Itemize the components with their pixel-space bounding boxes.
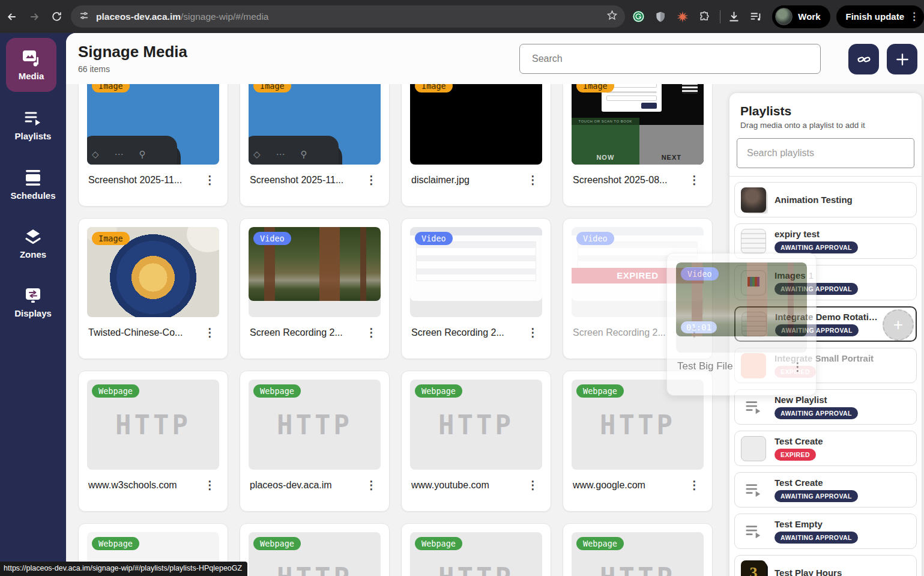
- status-badge: EXPIRED: [775, 449, 816, 461]
- downloads-icon[interactable]: [725, 8, 743, 26]
- media-card[interactable]: Webpage HTTP ⋮: [563, 523, 713, 576]
- back-icon[interactable]: [2, 7, 22, 27]
- shield-extension-icon[interactable]: [651, 8, 669, 26]
- bookmark-star-icon[interactable]: [606, 10, 618, 23]
- media-title: Screen Recording 2...: [573, 327, 666, 338]
- media-card[interactable]: Video Screen Recording 2...⋮: [401, 218, 551, 359]
- more-options-icon[interactable]: ⋮: [202, 479, 218, 491]
- media-title: www.google.com: [573, 480, 645, 491]
- media-card[interactable]: Video Screen Recording 2...⋮: [240, 218, 390, 359]
- profile-avatar: [775, 8, 793, 25]
- media-card[interactable]: Image TOUCH OR SCAN TO BOOKNOW NEXT Scre…: [563, 65, 713, 207]
- playlist-title: Test Create: [775, 477, 858, 488]
- playlist-row[interactable]: Animation Testing: [734, 182, 917, 217]
- media-type-badge: Webpage: [576, 537, 624, 550]
- media-queue-icon[interactable]: [747, 8, 765, 26]
- media-type-badge: Webpage: [253, 537, 301, 550]
- extensions-puzzle-icon[interactable]: [696, 8, 714, 26]
- thumbnail-detail: ◇⋯⚲: [87, 136, 177, 165]
- media-card[interactable]: Webpage HTTP ⋮: [401, 523, 551, 576]
- more-options-icon[interactable]: ⋮: [363, 174, 379, 186]
- search-input[interactable]: [519, 44, 821, 74]
- item-count: 66 items: [78, 64, 110, 74]
- more-options-icon[interactable]: ⋮: [202, 327, 218, 338]
- media-thumbnail: Webpage HTTP: [572, 532, 704, 576]
- playlist-row[interactable]: Test Empty AWAITING APPROVAL: [734, 514, 917, 549]
- sidebar-item-displays[interactable]: Displays: [0, 287, 66, 318]
- playlist-row[interactable]: 3 Test Play Hours: [734, 555, 917, 576]
- sidebar-nav: Media Playlists Schedules Zones Displays: [0, 33, 66, 576]
- media-thumbnail: Video: [410, 227, 542, 317]
- more-options-icon[interactable]: ⋮: [363, 327, 379, 338]
- more-options-icon[interactable]: ⋮: [363, 479, 379, 491]
- playlist-title: Test Play Hours: [775, 568, 842, 576]
- http-placeholder: HTTP: [600, 410, 675, 440]
- forward-icon[interactable]: [24, 7, 44, 27]
- sidebar-item-schedules[interactable]: Schedules: [0, 169, 66, 201]
- reload-icon[interactable]: [46, 7, 67, 27]
- media-card[interactable]: Image disclaimer.jpg⋮: [401, 65, 551, 207]
- drag-ghost-title: Test Big File: [677, 360, 733, 372]
- media-thumbnail: Webpage HTTP: [249, 380, 381, 470]
- more-options-icon[interactable]: ⋮: [525, 327, 541, 338]
- http-placeholder: HTTP: [277, 410, 352, 440]
- media-title: Screen Recording 2...: [250, 327, 343, 338]
- search-playlists-input[interactable]: [737, 138, 914, 168]
- status-badge: AWAITING APPROVAL: [775, 532, 858, 544]
- add-link-button[interactable]: [848, 44, 879, 74]
- sidebar-item-playlists[interactable]: Playlists: [0, 110, 66, 141]
- media-title: Screenshot 2025-11...: [250, 175, 343, 186]
- media-title: Twisted-Chinese-Co...: [88, 327, 183, 338]
- more-options-icon[interactable]: ⋮: [686, 174, 702, 186]
- address-bar[interactable]: placeos-dev.aca.im/signage-wip/#/media: [71, 5, 625, 28]
- media-card[interactable]: Webpage HTTP ⋮: [240, 523, 390, 576]
- media-title: placeos-dev.aca.im: [250, 480, 332, 491]
- url-host: placeos-dev.aca.im: [96, 11, 181, 22]
- status-badge: AWAITING APPROVAL: [775, 490, 858, 502]
- media-card[interactable]: Image ◇⋯⚲ Screenshot 2025-11...⋮: [78, 65, 228, 207]
- sidebar-item-zones[interactable]: Zones: [0, 228, 66, 259]
- profile-button[interactable]: Work: [772, 5, 830, 28]
- site-settings-icon[interactable]: [79, 11, 89, 23]
- media-card[interactable]: Image Twisted-Chinese-Co...⋮: [78, 218, 228, 359]
- media-card[interactable]: Image ◇⋯⚲ Screenshot 2025-11...⋮: [240, 65, 390, 207]
- media-type-badge: Image: [92, 232, 130, 245]
- media-card[interactable]: Webpage HTTP placeos-dev.aca.im⋮: [240, 371, 390, 512]
- media-thumbnail: Image: [87, 227, 219, 317]
- playlist-icon: [741, 477, 766, 503]
- http-placeholder: HTTP: [600, 562, 675, 576]
- playlist-title: Test Create: [775, 436, 823, 446]
- status-bar-link-preview: https://placeos-dev.aca.im/signage-wip/#…: [0, 562, 247, 576]
- grammarly-extension-icon[interactable]: [629, 8, 647, 26]
- chrome-menu-icon[interactable]: ⋮: [909, 10, 919, 23]
- sidebar-label: Zones: [20, 249, 46, 259]
- more-options-icon[interactable]: ⋮: [686, 479, 702, 491]
- playlist-row[interactable]: Test Create EXPIRED: [734, 431, 917, 466]
- media-card[interactable]: Webpage HTTP www.youtube.com⋮: [401, 371, 551, 512]
- more-options-icon[interactable]: ⋮: [202, 174, 218, 186]
- media-grid: Image ◇⋯⚲ Screenshot 2025-11...⋮ Image ◇…: [78, 65, 712, 576]
- http-placeholder: HTTP: [438, 410, 514, 440]
- media-title: disclaimer.jpg: [411, 175, 470, 186]
- media-type-badge: Video: [253, 232, 291, 245]
- burst-extension-icon[interactable]: [674, 8, 692, 26]
- playlist-title: Test Empty: [775, 519, 858, 529]
- more-options-icon: ⋮: [790, 361, 806, 372]
- media-thumbnail: Webpage HTTP: [410, 532, 542, 576]
- sidebar-item-media[interactable]: Media: [6, 38, 56, 92]
- http-placeholder: HTTP: [115, 410, 191, 440]
- more-options-icon[interactable]: ⋮: [525, 479, 541, 491]
- media-type-badge: Webpage: [92, 384, 139, 398]
- more-options-icon[interactable]: ⋮: [525, 174, 541, 186]
- playlist-row[interactable]: Test Create AWAITING APPROVAL: [734, 472, 917, 508]
- media-type-badge: Webpage: [576, 384, 624, 398]
- page-header: Signage Media 66 items: [66, 33, 924, 84]
- media-title: Screenshot 2025-08...: [573, 175, 667, 186]
- finish-update-button[interactable]: Finish update ⋮: [836, 5, 924, 28]
- drag-ghost-thumbnail: Video 01:01: [676, 262, 807, 353]
- add-media-button[interactable]: [887, 44, 917, 74]
- playlists-panel-title: Playlists: [740, 104, 911, 118]
- media-title: www.youtube.com: [411, 480, 489, 491]
- media-card[interactable]: Webpage HTTP www.w3schools.com⋮: [78, 371, 228, 512]
- media-thumbnail: Image: [410, 74, 542, 165]
